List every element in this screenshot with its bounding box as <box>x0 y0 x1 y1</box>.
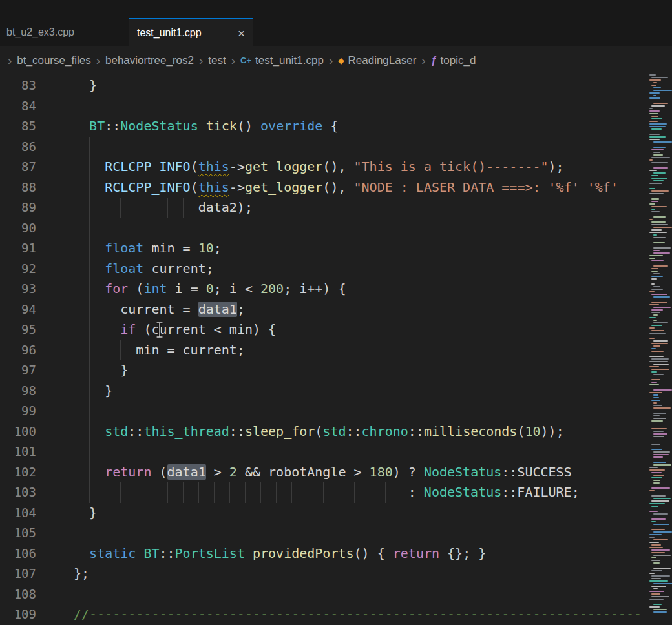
code-line[interactable]: 98 } <box>0 381 672 402</box>
code-line[interactable]: 101 <box>0 442 672 462</box>
minimap[interactable] <box>649 74 672 625</box>
minimap-line <box>651 428 667 429</box>
minimap-line <box>651 506 658 507</box>
line-number[interactable]: 83 <box>0 76 45 96</box>
line-number[interactable]: 90 <box>0 218 45 239</box>
code-line[interactable]: 86 <box>0 137 672 158</box>
code-line[interactable]: 103 : NodeStatus::FAILURE; <box>0 482 672 503</box>
breadcrumb-item[interactable]: behaviortree_ros2 <box>105 54 194 67</box>
line-number[interactable]: 86 <box>0 137 45 158</box>
indent-guide <box>308 482 308 503</box>
minimap-line <box>651 294 667 295</box>
line-number[interactable]: 84 <box>0 96 45 117</box>
line-content: float current; <box>45 259 672 280</box>
minimap-line <box>651 289 663 290</box>
code-line[interactable]: 94 current = data1; <box>0 300 672 320</box>
line-number[interactable]: 94 <box>0 300 45 320</box>
code-line[interactable]: 89 data2); <box>0 198 672 218</box>
minimap-line <box>649 258 655 259</box>
line-number[interactable]: 107 <box>0 564 45 584</box>
line-number[interactable]: 96 <box>0 340 45 361</box>
line-number[interactable]: 108 <box>0 584 45 605</box>
line-content: static BT::PortsList providedPorts() { r… <box>45 544 672 564</box>
code-editor[interactable]: 83 }8485 BT::NodeStatus tick() override … <box>0 74 672 625</box>
code-line[interactable]: 97 } <box>0 360 672 381</box>
code-token: //--------------------------------------… <box>74 606 642 622</box>
code-line[interactable]: 99 <box>0 401 672 422</box>
minimap-line <box>653 265 668 267</box>
line-number[interactable]: 103 <box>0 482 45 503</box>
line-number[interactable]: 100 <box>0 422 45 442</box>
minimap-line <box>651 85 656 86</box>
minimap-line <box>651 224 668 225</box>
code-line[interactable]: 83 } <box>0 76 672 96</box>
code-line[interactable]: 84 <box>0 96 672 117</box>
line-number[interactable]: 95 <box>0 320 45 340</box>
line-number[interactable]: 97 <box>0 360 45 381</box>
indent-guide <box>89 320 90 340</box>
code-line[interactable]: 109//-----------------------------------… <box>0 604 672 625</box>
tab-bt_u2_ex3.cpp[interactable]: bt_u2_ex3.cpp <box>0 18 129 46</box>
code-line[interactable]: 93 for (int i = 0; i < 200; i++) { <box>0 279 672 300</box>
line-content: return (data1 > 2 && robotAngle > 180) ?… <box>45 462 672 483</box>
code-line[interactable]: 105 <box>0 523 672 544</box>
code-line[interactable]: 90 <box>0 218 672 239</box>
code-line[interactable]: 92 float current; <box>0 259 672 280</box>
indent-guide <box>152 198 152 218</box>
line-number[interactable]: 91 <box>0 238 45 259</box>
minimap-line <box>651 500 669 502</box>
line-number[interactable]: 99 <box>0 401 45 422</box>
minimap-line <box>653 320 657 321</box>
line-number[interactable]: 88 <box>0 178 45 198</box>
line-content: float min = 10; <box>45 238 672 259</box>
code-line[interactable]: 91 float min = 10; <box>0 238 672 259</box>
breadcrumb-item[interactable]: test <box>208 54 226 67</box>
code-token: current = <box>74 302 198 317</box>
close-icon[interactable]: × <box>238 27 245 39</box>
line-number[interactable]: 93 <box>0 279 45 300</box>
minimap-line <box>653 531 672 533</box>
code-token <box>74 322 120 337</box>
code-line[interactable]: 107}; <box>0 564 672 584</box>
code-line[interactable]: 108 <box>0 584 672 605</box>
breadcrumb-item[interactable]: bt_course_files <box>17 54 90 67</box>
breadcrumb: ›bt_course_files›behaviortree_ros2›test›… <box>0 46 672 74</box>
line-number[interactable]: 87 <box>0 157 45 178</box>
minimap-line <box>653 433 667 435</box>
line-number[interactable]: 109 <box>0 604 45 625</box>
code-line[interactable]: 102 return (data1 > 2 && robotAngle > 18… <box>0 462 672 483</box>
breadcrumb-item[interactable]: ƒtopic_d <box>431 54 476 67</box>
minimap-line <box>651 105 665 107</box>
minimap-line <box>651 162 668 163</box>
line-number[interactable]: 101 <box>0 442 45 462</box>
breadcrumb-item[interactable]: ◆ReadingLaser <box>338 54 416 67</box>
line-number[interactable]: 102 <box>0 462 45 483</box>
code-line[interactable]: 106 static BT::PortsList providedPorts()… <box>0 544 672 564</box>
breadcrumb-item[interactable]: C+test_unit1.cpp <box>240 54 324 67</box>
code-token: sleep_for <box>245 424 315 439</box>
indent-guide <box>401 482 401 503</box>
code-line[interactable]: 100 std::this_thread::sleep_for(std::chr… <box>0 422 672 442</box>
line-number[interactable]: 105 <box>0 523 45 544</box>
line-number[interactable]: 85 <box>0 116 45 137</box>
line-number[interactable]: 92 <box>0 259 45 280</box>
code-token <box>74 118 89 134</box>
code-line[interactable]: 88 RCLCPP_INFO(this->get_logger(), "NODE… <box>0 178 672 198</box>
code-line[interactable]: 85 BT::NodeStatus tick() override { <box>0 116 672 137</box>
minimap-line <box>649 511 658 512</box>
line-number[interactable]: 98 <box>0 381 45 402</box>
code-line[interactable]: 87 RCLCPP_INFO(this->get_logger(), "This… <box>0 157 672 178</box>
code-line[interactable]: 96 min = current; <box>0 340 672 361</box>
code-line[interactable]: 104 } <box>0 503 672 524</box>
line-number[interactable]: 106 <box>0 544 45 564</box>
minimap-line <box>651 221 666 223</box>
minimap-line <box>651 560 660 561</box>
code-line[interactable]: 95 if (current < min) { <box>0 320 672 340</box>
minimap-line <box>649 304 659 305</box>
minimap-line <box>651 206 667 207</box>
line-number[interactable]: 89 <box>0 198 45 218</box>
tab-test_unit1.cpp[interactable]: test_unit1.cpp× <box>129 18 253 46</box>
line-number[interactable]: 104 <box>0 503 45 524</box>
line-content <box>45 401 672 422</box>
code-token: get_logger <box>245 179 322 195</box>
